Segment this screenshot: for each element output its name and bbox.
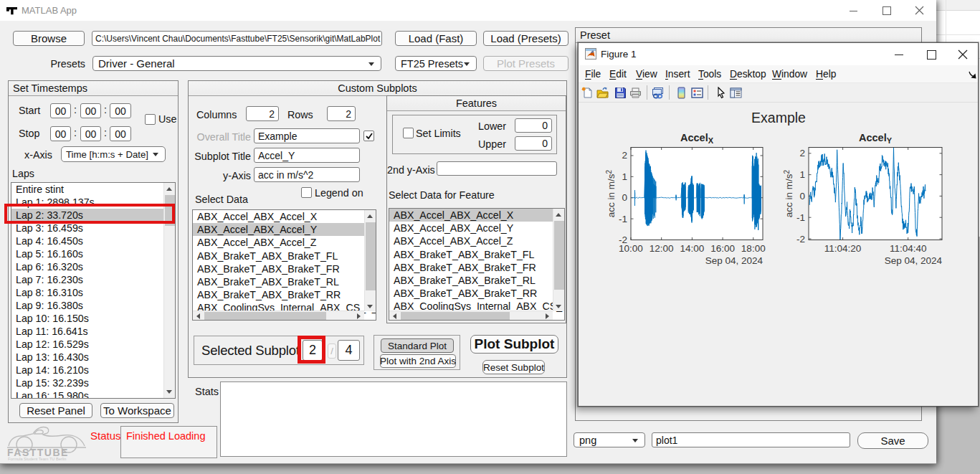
legend-on-checkbox[interactable] <box>301 187 312 198</box>
menu-edit[interactable]: Edit <box>609 69 627 80</box>
scroll-up-icon[interactable] <box>367 214 373 218</box>
channel-list-item[interactable]: ABX_BrakeT_ABX_BrakeT_FR <box>389 261 553 274</box>
rows-field[interactable]: 2 <box>327 106 356 121</box>
dock-arrow-icon[interactable] <box>968 70 976 79</box>
menu-desktop[interactable]: Desktop <box>730 69 766 80</box>
start-minute-field[interactable]: 00 <box>80 103 101 118</box>
lap-list-item[interactable]: Lap 13: 16.430s <box>11 351 165 364</box>
figure-close-button[interactable] <box>948 43 977 65</box>
scroll-right-icon[interactable] <box>357 313 361 319</box>
lap-list-item[interactable]: Lap 15: 32.239s <box>11 376 165 389</box>
reset-panel-button[interactable]: Reset Panel <box>19 403 92 418</box>
lap-list-item[interactable]: Lap 12: 16.529s <box>11 338 165 351</box>
feature-hscrollbar[interactable] <box>389 311 553 320</box>
x-axis-dropdown[interactable]: Time [h:m:s + Date] <box>61 146 166 162</box>
columns-field[interactable]: 2 <box>246 106 279 121</box>
lap-list-item[interactable]: Lap 11: 16.641s <box>11 325 165 338</box>
lap-list-item[interactable]: Lap 7: 16.230s <box>11 273 165 286</box>
channel-list-item[interactable]: ABX_Accel_ABX_Accel_Z <box>193 236 365 249</box>
save-button[interactable]: Save <box>857 432 928 449</box>
lower-field[interactable]: 0 <box>515 118 552 133</box>
overall-title-field[interactable]: Example <box>254 128 360 143</box>
channel-list-item[interactable]: ABX_BrakeT_ABX_BrakeT_RL <box>193 275 365 288</box>
standard-plot-button[interactable]: Standard Plot <box>381 338 454 353</box>
channel-list-item[interactable]: ABX_Accel_ABX_Accel_Y <box>389 222 553 234</box>
print-figure-icon[interactable] <box>629 87 642 99</box>
scroll-down-icon[interactable] <box>556 305 561 308</box>
stats-textarea[interactable] <box>220 381 567 457</box>
menu-help[interactable]: Help <box>816 69 836 80</box>
menu-file[interactable]: File <box>585 69 601 80</box>
scroll-down-icon[interactable] <box>367 305 373 308</box>
lap-list-item[interactable]: Lap 9: 16.380s <box>11 299 165 312</box>
subplot-title-field[interactable]: Accel_Y <box>254 148 360 163</box>
set-limits-checkbox[interactable] <box>403 128 414 138</box>
load-presets-button[interactable]: Load (Presets) <box>483 31 569 46</box>
new-figure-icon[interactable] <box>581 87 594 99</box>
channel-list-item[interactable]: ABX_Accel_ABX_Accel_X <box>193 210 365 223</box>
lap-list-item[interactable]: Entire stint <box>11 183 165 196</box>
ft25-presets-dropdown[interactable]: FT25 Presets <box>395 56 477 71</box>
overall-title-checkbox[interactable] <box>363 131 374 141</box>
channel-list-item[interactable]: ABX_Accel_ABX_Accel_Z <box>389 234 553 247</box>
menu-view[interactable]: View <box>636 69 657 80</box>
link-plot-icon[interactable] <box>652 87 664 99</box>
select-data-listbox[interactable]: ABX_Accel_ABX_Accel_XABX_Accel_ABX_Accel… <box>192 209 376 321</box>
insert-colorbar-icon[interactable] <box>675 87 688 99</box>
feature-vthumb[interactable] <box>554 221 564 290</box>
channel-list-item[interactable]: ABX_BrakeT_ABX_BrakeT_FL <box>389 248 553 261</box>
browse-button[interactable]: Browse <box>13 31 85 46</box>
y-axis-field[interactable]: acc in m/s^2 <box>254 167 360 182</box>
to-workspace-button[interactable]: To Workspace <box>100 403 174 418</box>
channel-list-item[interactable]: ABX_Accel_ABX_Accel_Y <box>193 223 365 236</box>
scroll-up-icon[interactable] <box>166 187 172 191</box>
stop-minute-field[interactable]: 00 <box>80 126 101 141</box>
path-field[interactable]: C:\Users\Vincent Chau\Documents\Fasttube… <box>92 31 382 46</box>
plot-browser-icon[interactable] <box>730 87 742 99</box>
select-data-hscrollbar[interactable] <box>193 311 364 320</box>
lap-list-item[interactable]: Lap 16: 15.980s <box>11 389 165 399</box>
channel-list-item[interactable]: ABX_BrakeT_ABX_BrakeT_RR <box>193 288 365 301</box>
scroll-right-icon[interactable] <box>546 313 549 319</box>
plot-subplot-button[interactable]: Plot Subplot <box>470 335 558 354</box>
channel-list-item[interactable]: ABX_BrakeT_ABX_BrakeT_FL <box>193 250 365 262</box>
select-data-hthumb[interactable] <box>204 312 326 320</box>
channel-list-item[interactable]: ABX_BrakeT_ABX_BrakeT_FR <box>193 262 365 275</box>
insert-legend-icon[interactable] <box>691 87 703 99</box>
feature-data-listbox[interactable]: ABX_Accel_ABX_Accel_XABX_Accel_ABX_Accel… <box>389 208 565 321</box>
minimize-button[interactable] <box>837 0 870 21</box>
save-figure-icon[interactable] <box>614 87 627 99</box>
menu-window[interactable]: Window <box>772 69 807 80</box>
select-data-vthumb[interactable] <box>366 222 376 290</box>
filename-field[interactable]: plot1 <box>652 432 850 447</box>
stop-hour-field[interactable]: 00 <box>50 126 71 141</box>
feature-vscrollbar[interactable] <box>553 209 564 311</box>
pointer-icon[interactable] <box>715 87 727 99</box>
figure-maximize-button[interactable] <box>917 43 946 65</box>
close-button[interactable] <box>903 0 936 21</box>
preset-dropdown[interactable]: Driver - General <box>92 56 381 71</box>
plot-presets-button[interactable]: Plot Presets <box>483 56 569 71</box>
lap-list-item[interactable]: Lap 5: 16.160s <box>11 247 165 260</box>
open-file-icon[interactable] <box>596 87 609 99</box>
channel-list-item[interactable]: ABX_BrakeT_ABX_BrakeT_RR <box>389 287 553 300</box>
plot-with-2nd-axis-button[interactable]: Plot with 2nd Axis <box>380 354 456 368</box>
channel-list-item[interactable]: ABX_Accel_ABX_Accel_X <box>389 209 553 222</box>
menu-insert[interactable]: Insert <box>665 69 690 80</box>
select-data-vscrollbar[interactable] <box>364 210 376 311</box>
stop-second-field[interactable]: 00 <box>110 126 131 141</box>
lap-list-item[interactable]: Lap 14: 16.210s <box>11 364 165 376</box>
lap-list-item[interactable]: Lap 4: 16.450s <box>11 234 165 247</box>
channel-list-item[interactable]: ABX_BrakeT_ABX_BrakeT_RL <box>389 274 553 287</box>
load-fast-button[interactable]: Load (Fast) <box>395 31 477 46</box>
lap-list-item[interactable]: Lap 8: 16.310s <box>11 286 165 299</box>
scroll-left-icon[interactable] <box>393 313 396 319</box>
use-checkbox[interactable] <box>145 114 156 125</box>
subplot-total-field[interactable]: 4 <box>338 340 360 361</box>
start-hour-field[interactable]: 00 <box>50 103 71 118</box>
scroll-up-icon[interactable] <box>556 213 561 217</box>
second-y-axis-field[interactable] <box>437 161 557 176</box>
start-second-field[interactable]: 00 <box>110 103 131 118</box>
lap-list-item[interactable]: Lap 6: 16.320s <box>11 260 165 273</box>
maximize-button[interactable] <box>870 0 903 21</box>
